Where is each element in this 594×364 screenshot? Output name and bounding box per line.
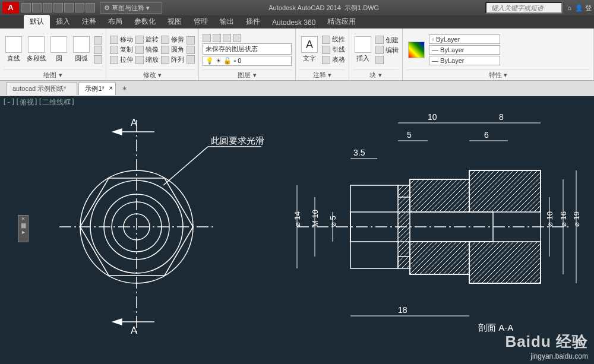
rect-button[interactable]: [94, 36, 102, 45]
svg-rect-19: [469, 170, 541, 212]
titlebar: A ⚙ 草图与注释 ▾ Autodesk AutoCAD 2014 示例1.DW…: [0, 0, 594, 15]
panel-modify: 移动 复制 拉伸 旋转 镜像 缩放 修剪 圆角 阵列 修改 ▾: [106, 29, 199, 80]
dia-16: ⌀ 16: [559, 211, 568, 227]
save-icon[interactable]: [43, 3, 52, 12]
create-block-button[interactable]: 创建: [375, 36, 399, 45]
match-props-button[interactable]: [406, 42, 426, 58]
arc-button[interactable]: 圆弧: [71, 36, 91, 63]
drawing-svg: A A 此圆要求光滑: [0, 96, 594, 364]
tab-annotate[interactable]: 注释: [76, 15, 102, 29]
fillet-button[interactable]: 圆角: [161, 45, 184, 54]
dim-6: 6: [484, 130, 489, 140]
new-tab-button[interactable]: ✶: [122, 85, 127, 93]
panel-draw: 直线 多段线 圆 圆弧 绘图 ▾: [0, 29, 106, 80]
dia-10: ⌀ 10: [545, 211, 554, 227]
linetype-combo[interactable]: — ByLayer: [429, 56, 500, 65]
tab-plugins[interactable]: 插件: [240, 15, 266, 29]
section-label: 剖面 A-A: [478, 322, 513, 333]
dia-19: ⌀ 19: [572, 211, 581, 227]
saveas-icon[interactable]: [53, 3, 63, 12]
panel-block-label[interactable]: 块 ▾: [353, 69, 399, 80]
erase-button[interactable]: [187, 36, 195, 45]
panel-draw-label[interactable]: 绘图 ▾: [4, 69, 102, 80]
section-mark-a-top: A: [131, 118, 137, 128]
leader-button[interactable]: 引线: [322, 45, 345, 54]
close-icon[interactable]: ×: [109, 84, 112, 91]
insert-block-button[interactable]: 插入: [353, 36, 373, 63]
svg-rect-17: [410, 179, 469, 212]
line-button[interactable]: 直线: [4, 36, 24, 63]
viewport-label[interactable]: [-][俯视][二维线框]: [2, 97, 75, 107]
ellipse-button[interactable]: [94, 46, 102, 54]
undo-icon[interactable]: [75, 3, 84, 12]
tab-output[interactable]: 输出: [214, 15, 240, 29]
offset-button[interactable]: [187, 55, 195, 64]
search-input[interactable]: [485, 2, 563, 14]
layer-props-icon[interactable]: [203, 34, 211, 42]
app-logo[interactable]: A: [2, 2, 19, 14]
tab-layout[interactable]: 布局: [102, 15, 128, 29]
drawing-canvas[interactable]: [-][俯视][二维线框] ×▦▸ A A: [0, 96, 594, 364]
dia-m10: M 10: [311, 210, 320, 227]
rotate-button[interactable]: 旋转: [135, 35, 159, 44]
scale-button[interactable]: 缩放: [135, 55, 159, 64]
trim-button[interactable]: 修剪: [161, 35, 184, 44]
signin-button[interactable]: 👤 登: [575, 4, 592, 12]
doctab-2[interactable]: 示例1* ×: [78, 82, 115, 95]
text-button[interactable]: A文字: [299, 36, 320, 63]
copy-button[interactable]: 复制: [110, 45, 133, 54]
palette-handle[interactable]: ×▦▸: [18, 215, 29, 242]
layer-current-combo[interactable]: 💡 ☀ 🔓 ▫ 0: [203, 56, 292, 66]
panel-properties: ▫ ByLayer — ByLayer — ByLayer 特性 ▾: [403, 29, 594, 80]
circle-button[interactable]: 圆: [49, 36, 69, 63]
panel-annot-label[interactable]: 注释 ▾: [299, 69, 345, 80]
mirror-button[interactable]: 镜像: [135, 45, 159, 54]
lineweight-combo[interactable]: — ByLayer: [429, 45, 500, 55]
svg-rect-18: [410, 242, 469, 274]
dim-5: 5: [407, 130, 412, 140]
explode-button[interactable]: [187, 46, 195, 54]
panel-modify-label[interactable]: 修改 ▾: [110, 69, 195, 80]
doctab-1[interactable]: autocad 示例图纸*: [6, 82, 77, 95]
svg-marker-9: [113, 129, 122, 135]
color-combo[interactable]: ▫ ByLayer: [429, 34, 500, 44]
table-button[interactable]: 表格: [322, 55, 345, 64]
layer-state-combo[interactable]: 未保存的图层状态: [203, 43, 292, 55]
tab-manage[interactable]: 管理: [188, 15, 214, 29]
svg-rect-16: [398, 185, 410, 268]
dia-5: ⌀ 5: [328, 216, 337, 227]
block-attr-button[interactable]: [375, 56, 399, 64]
panel-annotation: A文字 线性 引线 表格 注释 ▾: [296, 29, 349, 80]
tab-a360[interactable]: Autodesk 360: [266, 17, 321, 29]
svg-marker-11: [113, 319, 122, 325]
array-button[interactable]: 阵列: [161, 55, 184, 64]
window-title: Autodesk AutoCAD 2014 示例1.DWG: [162, 4, 485, 12]
new-icon[interactable]: [21, 3, 31, 12]
tab-express[interactable]: 精选应用: [321, 15, 362, 29]
tab-view[interactable]: 视图: [162, 15, 188, 29]
drawing-note: 此圆要求光滑: [211, 135, 264, 145]
dim-10: 10: [428, 112, 437, 122]
infocenter-icon[interactable]: ⌂: [567, 4, 571, 11]
workspace-selector[interactable]: ⚙ 草图与注释 ▾: [100, 2, 162, 14]
redo-icon[interactable]: [86, 3, 95, 12]
open-icon[interactable]: [32, 3, 42, 12]
section-mark-a-bottom: A: [131, 325, 137, 335]
dimlinear-button[interactable]: 线性: [322, 35, 345, 44]
tab-default[interactable]: 默认: [24, 15, 50, 29]
layer-freeze-icon[interactable]: [213, 34, 221, 42]
panel-layer-label[interactable]: 图层 ▾: [203, 69, 292, 80]
hatch-button[interactable]: [94, 55, 102, 64]
panel-props-label[interactable]: 特性 ▾: [406, 69, 590, 80]
tab-parametric[interactable]: 参数化: [128, 15, 162, 29]
layer-lock-icon[interactable]: [223, 34, 231, 42]
dia-14: ⌀ 14: [293, 211, 302, 227]
panel-layer: 未保存的图层状态 💡 ☀ 🔓 ▫ 0 图层 ▾: [199, 29, 296, 80]
move-button[interactable]: 移动: [110, 35, 133, 44]
polyline-button[interactable]: 多段线: [26, 36, 46, 63]
stretch-button[interactable]: 拉伸: [110, 55, 133, 64]
plot-icon[interactable]: [64, 3, 74, 12]
tab-insert[interactable]: 插入: [50, 15, 76, 29]
edit-block-button[interactable]: 编辑: [375, 46, 399, 55]
layer-off-icon[interactable]: [233, 34, 241, 42]
